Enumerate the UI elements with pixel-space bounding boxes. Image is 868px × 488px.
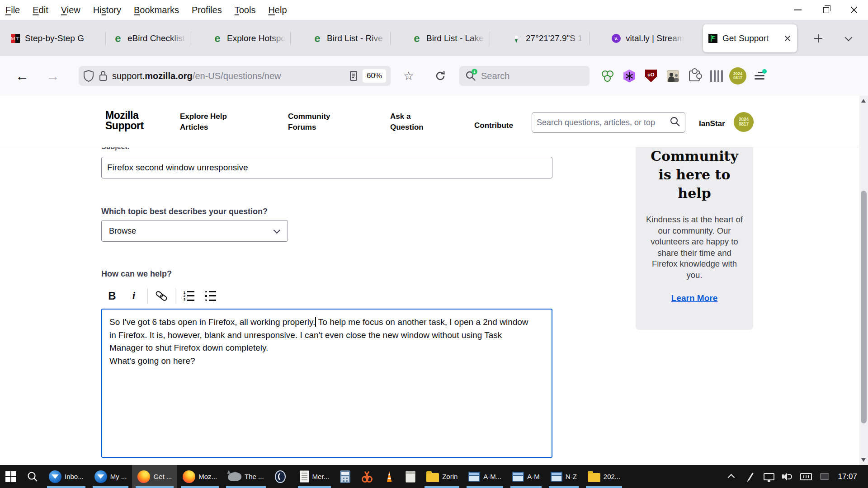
tab-step-by-step[interactable]: MT Step-by-Step G	[5, 24, 106, 52]
scroll-up-icon[interactable]	[861, 99, 866, 103]
calculator-icon	[340, 470, 350, 483]
insert-link-button[interactable]	[151, 287, 172, 305]
menu-tools[interactable]: Tools	[235, 5, 256, 15]
list-all-tabs-button[interactable]	[842, 31, 857, 46]
taskbar-app-clock[interactable]	[269, 465, 294, 488]
extensions-puzzle-icon[interactable]	[684, 65, 705, 87]
taskbar-app-notes[interactable]	[400, 465, 421, 488]
taskbar-app-thunderbird-inbox[interactable]: Inbo...	[43, 465, 89, 488]
extension-hexagon-asterisk-icon[interactable]	[618, 65, 640, 87]
taskbar-search-button[interactable]	[22, 465, 43, 488]
extension-contacts-icon[interactable]	[662, 65, 684, 87]
nav-ask-a-question[interactable]: Ask aQuestion	[390, 111, 424, 133]
tray-extra-button[interactable]	[817, 465, 832, 488]
taskbar-app-snip[interactable]	[356, 465, 378, 488]
page-scrollbar[interactable]	[859, 96, 868, 465]
display-tray-button[interactable]	[762, 465, 776, 488]
mt-favicon-icon: MT	[11, 34, 20, 43]
bookmark-star-icon[interactable]: ☆	[399, 66, 419, 86]
menu-edit[interactable]: Edit	[33, 5, 48, 15]
close-button[interactable]	[840, 0, 868, 20]
pen-tray-button[interactable]	[743, 465, 758, 488]
back-button[interactable]: ←	[10, 56, 34, 96]
menu-file[interactable]: File	[5, 5, 20, 15]
ublock-origin-icon[interactable]: uO	[640, 65, 662, 87]
address-bar[interactable]: support.mozilla.org/en-US/questions/new …	[79, 66, 391, 86]
forward-button[interactable]: →	[41, 56, 65, 96]
taskbar-app-explorer-am1[interactable]: A-M...	[463, 465, 507, 488]
tab-ebird-checklist[interactable]: e eBird Checklist	[108, 24, 191, 52]
mozilla-support-logo[interactable]: Mozilla Support	[105, 110, 144, 131]
close-icon	[850, 6, 858, 14]
site-search-input[interactable]	[537, 118, 670, 127]
explorer-window-icon	[512, 472, 524, 482]
volume-tray-button[interactable]	[780, 465, 795, 488]
menu-view[interactable]: View	[61, 5, 80, 15]
site-search-icon[interactable]	[670, 116, 680, 129]
vlc-cone-icon	[384, 471, 395, 482]
scrollbar-thumb[interactable]	[861, 191, 867, 423]
tab-close-icon[interactable]	[783, 34, 792, 42]
keyboard-icon	[800, 473, 812, 480]
ebird-favicon-icon: e	[213, 34, 222, 43]
thunderbird-icon	[94, 470, 107, 483]
taskbar-app-vlc[interactable]	[378, 465, 400, 488]
taskbar-app-firefox-mozilla[interactable]: Moz...	[177, 465, 222, 488]
nav-contribute[interactable]: Contribute	[474, 121, 513, 130]
taskbar-app-explorer-nz[interactable]: N-Z	[545, 465, 582, 488]
topic-select[interactable]: Browse	[101, 220, 288, 242]
toolbar-search[interactable]: +	[459, 66, 590, 86]
new-tab-button[interactable]	[811, 31, 826, 46]
nav-explore-help-articles[interactable]: Explore HelpArticles	[180, 111, 227, 133]
question-body-editor[interactable]: So I've got 6 tabs open in Firefox, all …	[101, 309, 552, 458]
keyboard-tray-button[interactable]	[799, 465, 813, 488]
add-search-engine-badge: +	[472, 69, 477, 75]
taskbar-app-calculator[interactable]	[335, 465, 356, 488]
italic-button[interactable]: i	[123, 287, 145, 305]
app-menu-hamburger-icon[interactable]	[749, 65, 770, 87]
zoom-level-badge[interactable]: 60%	[363, 69, 386, 83]
site-search-box[interactable]	[532, 112, 685, 133]
reader-mode-icon[interactable]	[349, 70, 358, 81]
nav-community-forums[interactable]: CommunityForums	[288, 111, 330, 133]
lock-icon[interactable]	[99, 70, 108, 82]
search-input[interactable]	[481, 71, 562, 81]
subject-input[interactable]	[101, 157, 552, 178]
minimize-button[interactable]	[784, 0, 812, 20]
tab-vitally[interactable]: v. vital.ly | Stream	[606, 24, 689, 52]
explorer-window-icon	[551, 472, 562, 482]
username[interactable]: IanStar	[699, 119, 725, 128]
hidden-icons-button[interactable]	[725, 465, 739, 488]
taskbar-app-the[interactable]: The ...	[222, 465, 269, 488]
user-avatar[interactable]: 20240817	[734, 112, 754, 132]
taskbar-app-firefox-get-support[interactable]: Get ...	[132, 465, 177, 488]
ordered-list-button[interactable]: 1 2 3	[178, 287, 200, 305]
reload-icon[interactable]	[430, 66, 450, 86]
tab-get-support-active[interactable]: Get Support	[703, 24, 797, 52]
taskbar-app-thunderbird-my[interactable]: My ...	[89, 465, 132, 488]
taskbar-clock[interactable]: 17:07	[836, 472, 862, 481]
tab-explore-hotspots[interactable]: e Explore Hotspo	[208, 24, 291, 52]
menu-profiles[interactable]: Profiles	[192, 5, 222, 15]
taskbar-app-merlin-document[interactable]: Mer...	[294, 465, 335, 488]
extension-clover-icon[interactable]	[597, 65, 618, 87]
start-button[interactable]	[0, 465, 22, 488]
profile-avatar[interactable]: 20240817	[727, 65, 749, 87]
menu-help[interactable]: Help	[268, 5, 287, 15]
restore-button[interactable]	[812, 0, 840, 20]
tab-bird-list-river[interactable]: e Bird List - Rive	[307, 24, 391, 52]
bold-button[interactable]: B	[101, 287, 123, 305]
bullet-list-button[interactable]	[200, 287, 222, 305]
tab-bird-list-lake[interactable]: e Bird List - Lake	[407, 24, 490, 52]
learn-more-link[interactable]: Learn More	[671, 293, 717, 303]
taskbar-app-folder-202[interactable]: 202...	[582, 465, 626, 488]
shield-icon[interactable]	[83, 70, 94, 82]
menu-history[interactable]: History	[93, 5, 121, 15]
menu-bookmarks[interactable]: Bookmarks	[134, 5, 179, 15]
tab-google-maps-coordinates[interactable]: 27°21'27.9"S 1	[506, 24, 590, 52]
scroll-down-icon[interactable]	[861, 458, 866, 462]
clock-app-icon	[275, 470, 286, 483]
taskbar-app-explorer-am2[interactable]: A-M	[507, 465, 545, 488]
taskbar-app-zorin-folder[interactable]: Zorin	[421, 465, 463, 488]
containers-fence-icon[interactable]	[705, 65, 727, 87]
